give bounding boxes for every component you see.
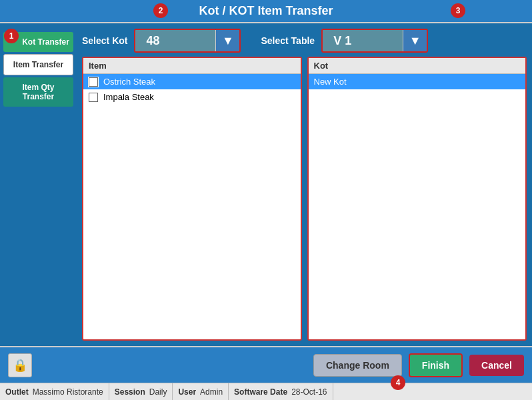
kot-label-0: New Kot: [314, 77, 347, 87]
item-label-1: Impala Steak: [103, 92, 154, 102]
kot-table-header: Kot: [309, 58, 526, 74]
item-label-0: Ostrich Steak: [103, 77, 155, 87]
select-kot-label: Select Kot: [82, 35, 127, 46]
table-row[interactable]: Impala Steak: [83, 89, 301, 105]
cancel-button[interactable]: Cancel: [469, 355, 524, 376]
sidebar: 1 Kot Transfer Item Transfer Item Qty Tr…: [0, 23, 77, 346]
table-row[interactable]: Ostrich Steak: [83, 74, 301, 89]
tables-area: Item Ostrich Steak Impala Steak Kot: [82, 57, 527, 341]
kot-table-panel: Kot New Kot: [307, 57, 527, 341]
status-bar: Outlet Massimo Ristorante Session Daily …: [0, 383, 532, 400]
outlet-value: Massimo Ristorante: [33, 387, 103, 397]
select-kot-arrow[interactable]: ▼: [215, 30, 239, 51]
select-kot-box[interactable]: 48 ▼: [134, 29, 241, 53]
badge-4: 4: [391, 375, 405, 390]
outlet-label: Outlet: [5, 387, 29, 397]
table-row[interactable]: New Kot: [309, 74, 526, 89]
session-value: Daily: [149, 387, 167, 397]
app-title: Kot / KOT Item Transfer: [199, 4, 333, 17]
select-table-value: V 1: [323, 30, 403, 51]
bottom-bar: 4 🔒 Change Room Finish Cancel: [0, 346, 532, 383]
item-table-panel: Item Ostrich Steak Impala Steak: [82, 57, 302, 341]
software-date-label: Software Date: [234, 387, 287, 397]
kot-table-body: New Kot: [309, 74, 526, 339]
item-table-header: Item: [83, 58, 301, 74]
change-room-button[interactable]: Change Room: [313, 354, 402, 377]
item-qty-transfer-button[interactable]: Item Qty Transfer: [3, 77, 73, 107]
user-value: Admin: [200, 387, 223, 397]
session-label: Session: [115, 387, 145, 397]
badge-2: 2: [153, 3, 168, 18]
item-checkbox-1[interactable]: [89, 93, 98, 102]
item-transfer-button[interactable]: Item Transfer: [3, 54, 73, 75]
select-table-label: Select Table: [261, 35, 315, 46]
user-label: User: [178, 387, 196, 397]
item-table-body: Ostrich Steak Impala Steak: [83, 74, 301, 339]
title-bar: 2 Kot / KOT Item Transfer 3: [0, 0, 532, 23]
badge-3: 3: [451, 3, 465, 18]
badge-1: 1: [4, 29, 19, 43]
outlet-segment: Outlet Massimo Ristorante: [0, 383, 109, 400]
right-panel: Select Kot 48 ▼ Select Table V 1 ▼ Item …: [77, 23, 532, 346]
controls-row: Select Kot 48 ▼ Select Table V 1 ▼: [82, 29, 527, 53]
select-kot-value: 48: [135, 30, 215, 51]
select-table-arrow[interactable]: ▼: [403, 30, 427, 51]
main-content: 1 Kot Transfer Item Transfer Item Qty Tr…: [0, 23, 532, 346]
session-segment: Session Daily: [109, 383, 173, 400]
lock-icon[interactable]: 🔒: [8, 353, 32, 377]
user-segment: User Admin: [173, 383, 229, 400]
item-checkbox-0[interactable]: [89, 77, 98, 87]
select-table-box[interactable]: V 1 ▼: [321, 29, 428, 53]
software-date-value: 28-Oct-16: [291, 387, 327, 397]
finish-button[interactable]: Finish: [409, 353, 463, 377]
software-date-segment: Software Date 28-Oct-16: [229, 383, 333, 400]
